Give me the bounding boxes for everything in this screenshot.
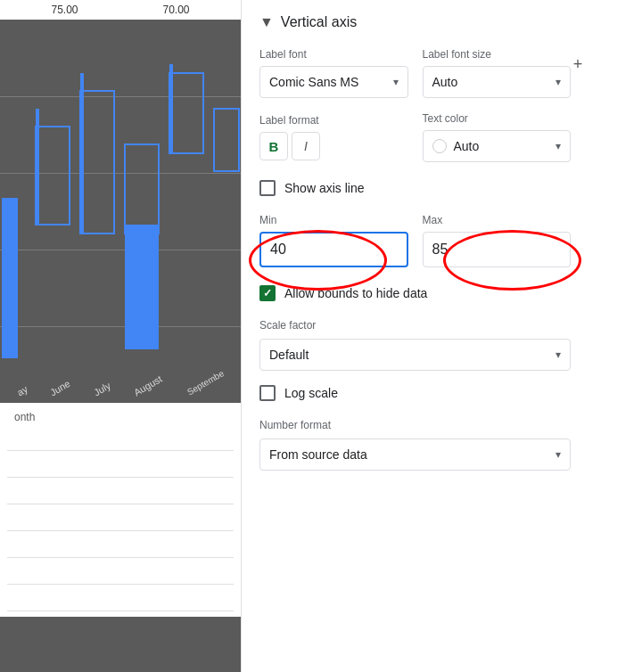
number-format-group: Number format From source data ▾ xyxy=(259,419,571,471)
empty-row-6 xyxy=(7,558,234,585)
text-color-label: Text color xyxy=(423,112,572,125)
max-input[interactable] xyxy=(423,232,572,267)
svg-rect-3 xyxy=(80,91,114,234)
log-scale-row: Log scale xyxy=(259,385,571,401)
section-header: ▼ Vertical axis xyxy=(259,14,571,30)
show-axis-line-row: Show axis line xyxy=(259,180,571,196)
allow-bounds-checkbox[interactable] xyxy=(259,285,276,301)
empty-row-2 xyxy=(7,451,234,478)
section-title: Vertical axis xyxy=(281,14,357,30)
svg-rect-5 xyxy=(125,144,159,234)
min-label: Min xyxy=(259,214,408,226)
chart-top-labels: 75.00 70.00 xyxy=(0,0,241,20)
label-font-arrow: ▾ xyxy=(393,76,399,88)
allow-bounds-row: Allow bounds to hide data xyxy=(259,285,571,301)
log-scale-label: Log scale xyxy=(284,386,338,400)
number-format-arrow: ▾ xyxy=(556,448,561,461)
chart-label-75: 75.00 xyxy=(51,4,78,16)
max-group: Max xyxy=(423,214,572,267)
label-font-select[interactable]: Comic Sans MS ▾ xyxy=(259,66,408,98)
scale-factor-select[interactable]: Default ▾ xyxy=(259,339,571,371)
scale-factor-group: Scale factor Default ▾ xyxy=(259,319,571,371)
text-color-select[interactable]: Auto ▾ xyxy=(423,130,572,162)
text-color-value: Auto xyxy=(454,139,549,153)
max-label: Max xyxy=(423,214,572,226)
right-panel: + ▼ Vertical axis Label font Comic Sans … xyxy=(241,0,588,672)
text-color-group: Text color Auto ▾ xyxy=(423,112,572,162)
label-font-label: Label font xyxy=(259,48,408,61)
min-group: Min xyxy=(259,214,408,267)
number-format-label: Number format xyxy=(259,419,571,431)
empty-row-5 xyxy=(7,531,234,558)
chevron-icon[interactable]: ▼ xyxy=(259,14,274,30)
minmax-row: Min Max xyxy=(259,214,571,267)
add-button[interactable]: + xyxy=(567,53,588,75)
empty-row-3 xyxy=(7,478,234,504)
chart-canvas: ay June July August Septembe xyxy=(0,20,241,403)
number-format-select[interactable]: From source data ▾ xyxy=(259,438,571,471)
scale-factor-label: Scale factor xyxy=(259,319,571,332)
label-font-size-select[interactable]: Auto ▾ xyxy=(423,66,572,98)
svg-rect-0 xyxy=(2,198,18,358)
svg-rect-8 xyxy=(169,64,173,153)
svg-rect-2 xyxy=(36,109,39,225)
log-scale-checkbox[interactable] xyxy=(259,385,276,401)
chart-svg xyxy=(0,20,241,403)
label-font-group: Label font Comic Sans MS ▾ xyxy=(259,48,408,98)
label-font-size-group: Label font size Auto ▾ xyxy=(423,48,572,98)
x-label-ay: ay xyxy=(15,383,29,397)
svg-rect-4 xyxy=(80,73,84,234)
scale-factor-value: Default xyxy=(269,348,309,362)
label-font-value: Comic Sans MS xyxy=(269,75,358,89)
empty-row-7 xyxy=(7,585,234,611)
chart-bottom-area: onth xyxy=(0,403,241,617)
svg-rect-9 xyxy=(214,109,239,171)
empty-row-4 xyxy=(7,504,234,531)
format-buttons: B I xyxy=(259,132,408,160)
label-format-row: Label format B I Text color Auto ▾ xyxy=(259,112,571,162)
text-color-arrow: ▾ xyxy=(556,140,561,152)
label-format-label: Label format xyxy=(259,114,408,127)
x-axis-labels: ay June July August Septembe xyxy=(0,385,241,403)
min-input[interactable] xyxy=(259,232,408,267)
svg-rect-6 xyxy=(125,225,159,349)
scale-factor-arrow: ▾ xyxy=(556,348,561,361)
italic-button[interactable]: I xyxy=(292,132,320,160)
label-font-size-arrow: ▾ xyxy=(556,76,561,88)
bold-button[interactable]: B xyxy=(259,132,288,160)
color-circle xyxy=(432,139,447,153)
show-axis-line-checkbox[interactable] xyxy=(259,180,276,196)
label-font-size-value: Auto xyxy=(432,75,458,89)
month-label: onth xyxy=(7,404,42,430)
chart-label-70: 70.00 xyxy=(162,4,189,16)
svg-rect-7 xyxy=(169,73,203,153)
label-font-size-label: Label font size xyxy=(423,48,572,61)
svg-rect-1 xyxy=(36,127,70,225)
chart-area: 75.00 70.00 ay June xyxy=(0,0,241,672)
number-format-value: From source data xyxy=(269,447,367,462)
label-font-row: Label font Comic Sans MS ▾ Label font si… xyxy=(259,48,571,98)
plus-btn-container: + xyxy=(567,53,588,75)
label-format-group: Label format B I xyxy=(259,114,408,160)
show-axis-line-label: Show axis line xyxy=(284,181,365,195)
allow-bounds-label: Allow bounds to hide data xyxy=(284,286,427,300)
